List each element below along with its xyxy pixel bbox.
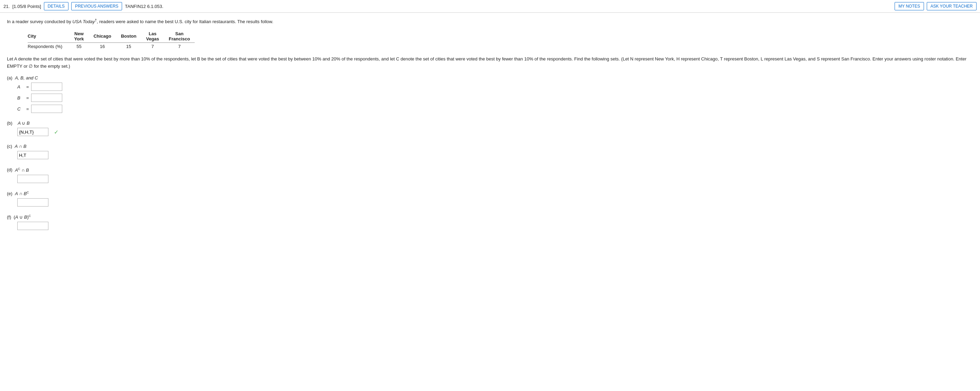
part-f-label: (f) (A ∪ B)C (7, 214, 973, 220)
points-label: [1.05/8 Points] (13, 4, 41, 9)
input-AcompIntersectB[interactable] (17, 175, 48, 183)
part-e-input-block (17, 198, 973, 207)
eq-A: = (26, 84, 29, 89)
part-b-label: (b) A ∪ B (7, 120, 973, 126)
part-d-set: AC ∩ B (15, 168, 29, 173)
part-a: (a) A, B, and C A = B = C = (7, 75, 973, 113)
question-number: 21. [1.05/8 Points] (3, 4, 41, 9)
part-f-input-block (17, 222, 973, 230)
col-lasvegas: LasVegas (141, 30, 164, 43)
col-newyork: NewYork (69, 30, 89, 43)
col-boston: Boston (116, 30, 142, 43)
part-f-set: (A ∪ B)C (14, 214, 31, 220)
part-a-input-A: A = (17, 82, 973, 91)
part-f: (f) (A ∪ B)C (7, 214, 973, 230)
input-AintersectB[interactable] (17, 151, 48, 159)
intro-text: In a reader survey conducted by USA Toda… (7, 17, 973, 25)
row-label: Respondents (%) (28, 43, 69, 50)
col-sanfrancisco: SanFrancisco (164, 30, 195, 43)
usa-today-italic: USA Today (72, 19, 95, 24)
top-bar-left: 21. [1.05/8 Points] DETAILS PREVIOUS ANS… (3, 2, 892, 10)
part-a-sets: A, B, and C (15, 75, 38, 81)
part-e-set: A ∩ BC (15, 191, 29, 196)
eq-B: = (26, 95, 29, 101)
top-bar: 21. [1.05/8 Points] DETAILS PREVIOUS ANS… (0, 0, 980, 13)
part-b-set: A ∪ B (18, 120, 30, 126)
val-newyork: 55 (69, 43, 89, 50)
part-c-set: A ∩ B (14, 144, 26, 149)
part-d: (d) AC ∩ B (7, 167, 973, 183)
input-AunionBcomp[interactable] (17, 222, 48, 230)
part-c-input-block (17, 151, 973, 159)
col-city: City (28, 30, 69, 43)
val-sanfrancisco: 7 (164, 43, 195, 50)
correct-checkmark: ✓ (54, 129, 59, 135)
input-AintersectBcomp[interactable] (17, 198, 48, 207)
top-bar-right: MY NOTES ASK YOUR TEACHER (894, 2, 977, 10)
table-data-row: Respondents (%) 55 16 15 7 7 (28, 43, 195, 50)
my-notes-button[interactable]: MY NOTES (894, 2, 924, 10)
input-B[interactable] (31, 93, 62, 102)
footnote-dagger: † (95, 18, 97, 22)
input-AunionB[interactable] (17, 128, 48, 136)
previous-answers-button[interactable]: PREVIOUS ANSWERS (71, 2, 122, 10)
part-a-input-C: C = (17, 104, 973, 113)
table-header-row: City NewYork Chicago Boston LasVegas San… (28, 30, 195, 43)
val-boston: 15 (116, 43, 142, 50)
main-content: In a reader survey conducted by USA Toda… (0, 13, 980, 245)
ask-teacher-button[interactable]: ASK YOUR TEACHER (927, 2, 977, 10)
part-a-input-B: B = (17, 93, 973, 102)
part-e: (e) A ∩ BC (7, 191, 973, 207)
part-b: (b) A ∪ B ✓ (7, 120, 973, 136)
var-B: B (17, 95, 24, 101)
part-c-label: (c) A ∩ B (7, 144, 973, 149)
part-e-label: (e) A ∩ BC (7, 191, 973, 196)
part-a-label: (a) A, B, and C (7, 75, 973, 81)
val-lasvegas: 7 (141, 43, 164, 50)
eq-C: = (26, 106, 29, 112)
description-text: Let A denote the set of cities that were… (7, 55, 973, 70)
part-b-input-block: ✓ (17, 128, 973, 136)
col-chicago: Chicago (89, 30, 116, 43)
part-c: (c) A ∩ B (7, 144, 973, 159)
input-C[interactable] (31, 104, 62, 113)
tanfin-label: TANFIN12 6.1.053. (125, 4, 163, 9)
var-A: A (17, 84, 24, 89)
q-num: 21. (3, 4, 10, 9)
part-d-label: (d) AC ∩ B (7, 167, 973, 173)
details-button[interactable]: DETAILS (44, 2, 68, 10)
input-A[interactable] (31, 82, 62, 91)
part-d-input-block (17, 175, 973, 183)
val-chicago: 16 (89, 43, 116, 50)
var-C: C (17, 106, 24, 112)
survey-table: City NewYork Chicago Boston LasVegas San… (28, 30, 195, 50)
